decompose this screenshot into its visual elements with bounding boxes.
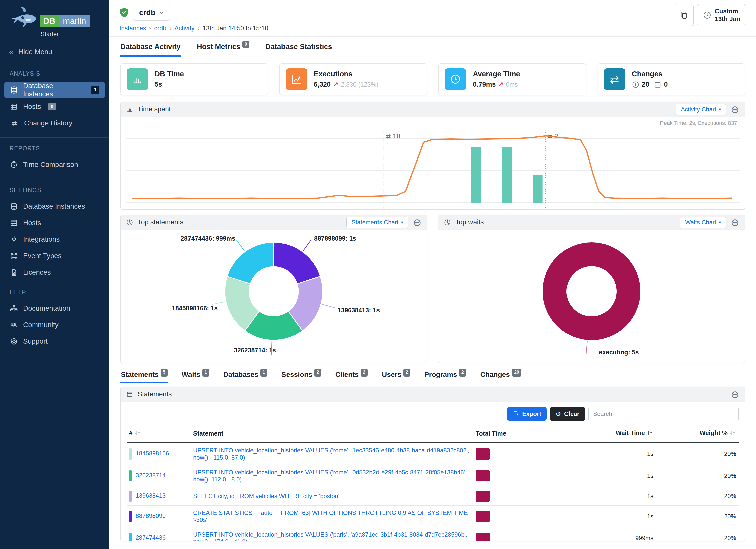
dtab-sessions[interactable]: Sessions2 (281, 367, 322, 383)
caret-down-icon: ▾ (719, 107, 721, 112)
tab-badge: 2 (314, 369, 321, 377)
sidebar-item-hosts[interactable]: Hosts 0 (4, 99, 105, 114)
line-chart-icon (286, 68, 307, 90)
sidebar-item-documentation[interactable]: Documentation (4, 301, 105, 316)
plug-icon (10, 236, 18, 243)
copy-link-button[interactable] (674, 4, 694, 26)
instance-name: crdb (139, 8, 155, 17)
statement-id-link[interactable]: 287474436 (136, 534, 166, 541)
export-button[interactable]: Export (507, 407, 547, 421)
select-label: Waits Chart (685, 219, 716, 226)
dtab-programs[interactable]: Programs2 (424, 367, 467, 383)
activity-chart-select[interactable]: Activity Chart ▾ (676, 104, 726, 115)
statement-id-link[interactable]: 326238714 (136, 472, 166, 479)
statement-link[interactable]: SELECT city, id FROM vehicles WHERE city… (193, 493, 339, 499)
statement-id-link[interactable]: 139638413 (136, 492, 166, 499)
statement-color-chip (129, 470, 132, 481)
calendar-icon (654, 81, 661, 88)
breadcrumb-link-activity[interactable]: Activity (174, 25, 194, 32)
sidebar-item-event-types[interactable]: Event Types (4, 248, 105, 264)
db-time-card: DB Time 5s (120, 63, 268, 95)
section-title: SETTINGS (0, 187, 109, 194)
tab-host-metrics[interactable]: Host Metrics 0 (196, 37, 250, 57)
community-icon (10, 321, 18, 329)
caret-down-icon: ▾ (401, 220, 403, 225)
dtab-clients[interactable]: Clients2 (335, 367, 368, 383)
statement-link[interactable]: CREATE STATISTICS __auto__ FROM [63] WIT… (193, 509, 468, 523)
sidebar-item-database-instances[interactable]: Database Instances 1 (4, 82, 105, 98)
statement-color-chip (129, 491, 132, 502)
sidebar-item-licences[interactable]: Licences (4, 265, 105, 280)
top-waits-donut-chart[interactable] (438, 230, 745, 363)
instance-selector[interactable]: crdb (133, 5, 170, 21)
donut-panels-row: Top statements Statements Chart ▾ ⊖ 2874… (120, 215, 745, 363)
tab-database-statistics[interactable]: Database Statistics (265, 37, 333, 57)
collapse-panel-icon[interactable]: ⊖ (731, 389, 739, 399)
dtab-users[interactable]: Users2 (381, 367, 411, 383)
collapse-panel-icon[interactable]: ⊖ (731, 217, 739, 227)
section-title: HELP (0, 289, 109, 296)
weight-value: 20% (656, 506, 739, 527)
dtab-waits[interactable]: Waits1 (181, 367, 210, 383)
statements-chart-select[interactable]: Statements Chart ▾ (346, 217, 409, 228)
search-input[interactable] (588, 407, 739, 421)
time-spent-chart[interactable]: ⇄ 18⇄ 214:5014:5515:0015:05 (121, 118, 745, 210)
dtab-databases[interactable]: Databases1 (223, 367, 268, 383)
statement-link[interactable]: UPSERT INTO vehicle_location_histories V… (193, 531, 467, 541)
sort-desc-icon (730, 430, 736, 437)
col-header-total-time[interactable]: Total Time (473, 424, 538, 443)
statement-link[interactable]: UPSERT INTO vehicle_location_histories V… (193, 447, 469, 461)
tab-badge: 2 (403, 369, 410, 377)
clear-button[interactable]: ↺ Clear (550, 407, 585, 421)
sidebar-item-community[interactable]: Community (4, 317, 105, 333)
brand-marlin: marlin (59, 15, 90, 27)
time-range-button[interactable]: Custom 13th Jan (697, 4, 746, 26)
hide-menu-button[interactable]: « Hide Menu (0, 43, 109, 63)
table-row: 1845898166 UPSERT INTO vehicle_location_… (127, 443, 739, 465)
clock-icon (445, 68, 466, 90)
top-waits-header: Top waits Waits Chart ▾ ⊖ (438, 215, 745, 230)
top-statements-donut-chart[interactable] (121, 230, 427, 363)
sidebar-item-hosts-settings[interactable]: Hosts (4, 215, 105, 231)
sidebar-item-time-comparison[interactable]: Time Comparison (4, 157, 105, 172)
export-icon (513, 411, 519, 417)
top-statements-header: Top statements Statements Chart ▾ ⊖ (121, 215, 427, 230)
sidebar-item-support[interactable]: Support (4, 334, 105, 349)
collapse-panel-icon[interactable]: ⊖ (731, 104, 739, 114)
statement-id-link[interactable]: 887898099 (136, 513, 166, 519)
tab-badge: 0 (242, 41, 249, 48)
dtab-changes[interactable]: Changes20 (480, 367, 522, 383)
statement-link[interactable]: UPSERT INTO vehicle_location_histories V… (193, 469, 467, 483)
sidebar-item-label: Time Comparison (23, 161, 78, 169)
time-spent-panel: Time spent Activity Chart ▾ ⊖ Peak Time:… (120, 102, 745, 210)
panel-title: Top statements (138, 218, 183, 226)
card-title: Executions (314, 70, 379, 78)
pie-chart-icon (444, 219, 451, 226)
sidebar-item-change-history[interactable]: ⇄ Change History (4, 115, 105, 131)
database-icon (10, 86, 18, 94)
statements-panel: Statements ⊖ Export ↺ Clear (120, 387, 745, 541)
breadcrumb-link-instances[interactable]: Instances (119, 25, 146, 32)
sort-asc-icon (647, 430, 653, 437)
col-header-statement[interactable]: Statement (191, 424, 473, 443)
collapse-panel-icon[interactable]: ⊖ (413, 217, 421, 227)
col-header-id[interactable]: # (127, 424, 191, 443)
col-header-wait-time[interactable]: Wait Time (538, 424, 656, 443)
sidebar-item-database-instances-settings[interactable]: Database Instances (4, 199, 105, 214)
svg-text:⇄ 18: ⇄ 18 (386, 133, 400, 140)
breadcrumb-link-crdb[interactable]: crdb (154, 25, 166, 32)
col-header-weight[interactable]: Weight % (656, 424, 739, 443)
undo-icon: ↺ (556, 410, 561, 418)
documentation-icon (10, 305, 18, 312)
statement-color-chip (129, 533, 132, 541)
statements-panel-header: Statements ⊖ (121, 387, 745, 402)
dtab-statements[interactable]: Statements5 (120, 367, 168, 383)
table-row: 287474436 UPSERT INTO vehicle_location_h… (127, 527, 739, 541)
sidebar-item-integrations[interactable]: Integrations (4, 232, 105, 247)
donut-label: executing: 5s (599, 349, 639, 356)
wait-time-value: 1s (538, 506, 656, 527)
waits-chart-select[interactable]: Waits Chart ▾ (680, 217, 726, 228)
tab-badge: 1 (260, 369, 267, 377)
statement-id-link[interactable]: 1845898166 (136, 450, 169, 457)
tab-database-activity[interactable]: Database Activity (120, 37, 181, 57)
